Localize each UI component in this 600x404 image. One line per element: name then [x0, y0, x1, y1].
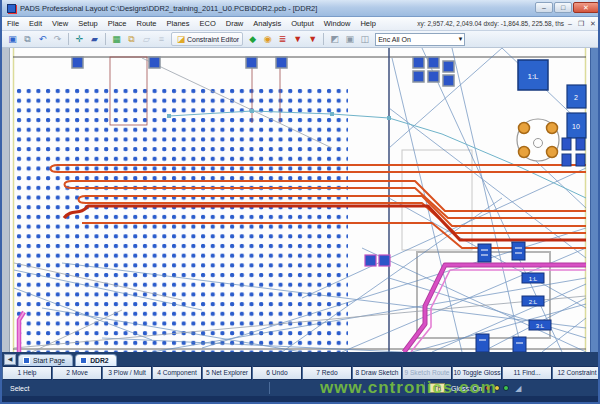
- status-bar: Select Th Gloss: On ◢: [2, 380, 600, 396]
- tab-scroll-button[interactable]: ◀: [4, 354, 16, 365]
- violet-pad-pair[interactable]: [365, 255, 390, 266]
- fkey-sketch-route[interactable]: 9 Sketch Route: [402, 366, 452, 380]
- window-bottom-frame: [2, 396, 600, 404]
- board-icon[interactable]: ▦: [110, 33, 123, 46]
- fkey-plow-mult[interactable]: 3 Plow / Mult: [102, 366, 152, 380]
- fkey-component[interactable]: 4 Component: [152, 366, 202, 380]
- component-big-chip[interactable]: 1:L: [518, 60, 548, 90]
- glass-icon[interactable]: ◩: [328, 33, 341, 46]
- maximize-button[interactable]: □: [554, 2, 572, 13]
- cube-icon[interactable]: ▣: [343, 33, 356, 46]
- stack-icon[interactable]: ≡: [155, 33, 168, 46]
- units-field[interactable]: Th: [429, 383, 445, 393]
- pin-icon[interactable]: ✛: [73, 33, 86, 46]
- component-connector-10[interactable]: 10: [567, 113, 586, 138]
- fkey-toggle-gloss[interactable]: 10 Toggle Gloss: [452, 366, 502, 380]
- drc-led-yellow: [494, 385, 500, 391]
- folder-icon: ◪: [176, 33, 186, 46]
- svg-text:3:L: 3:L: [536, 323, 545, 329]
- top-edge-pads[interactable]: [72, 57, 454, 86]
- sheet-icon[interactable]: ▱: [140, 33, 153, 46]
- fkey-draw-sketch[interactable]: 8 Draw Sketch: [352, 366, 402, 380]
- menu-file[interactable]: File: [2, 17, 24, 31]
- shield-icon[interactable]: ▼: [291, 33, 304, 46]
- document-tab-bar: ◀ Start Page DDR2: [2, 352, 600, 366]
- coordinate-readout: xy: 2,957.42, 2,049.04 dxdy: -1,864.85, …: [417, 17, 564, 31]
- fkey-undo[interactable]: 6 Undo: [252, 366, 302, 380]
- menu-place[interactable]: Place: [103, 17, 132, 31]
- menu-window[interactable]: Window: [319, 17, 356, 31]
- component-outline-small[interactable]: [110, 57, 147, 125]
- constraint-editor-button[interactable]: ◪ Constraint Editor: [171, 32, 243, 46]
- pcb-canvas[interactable]: 1:L 2 10: [2, 48, 600, 352]
- menu-setup[interactable]: Setup: [73, 17, 103, 31]
- svg-text:1:L: 1:L: [527, 72, 539, 81]
- undo-icon[interactable]: ↶: [36, 33, 49, 46]
- tab-ddr2[interactable]: DDR2: [75, 354, 117, 366]
- shield2-icon[interactable]: ▼: [306, 33, 319, 46]
- fkey-redo[interactable]: 7 Redo: [302, 366, 352, 380]
- preview-icon[interactable]: ⧉: [21, 33, 34, 46]
- fkey-help[interactable]: 1 Help: [2, 366, 52, 380]
- pcb-canvas-svg[interactable]: 1:L 2 10: [2, 48, 600, 352]
- canvas-right-frame[interactable]: [590, 48, 600, 352]
- svg-text:2: 2: [574, 94, 578, 101]
- redo-icon[interactable]: ↷: [51, 33, 64, 46]
- fkey-move[interactable]: 2 Move: [52, 366, 102, 380]
- menu-draw[interactable]: Draw: [221, 17, 249, 31]
- menu-planes[interactable]: Planes: [162, 17, 195, 31]
- menu-output[interactable]: Output: [286, 17, 319, 31]
- lock-icon[interactable]: ◫: [358, 33, 371, 46]
- fkey-find[interactable]: 11 Find...: [502, 366, 552, 380]
- menu-view[interactable]: View: [47, 17, 73, 31]
- title-bar[interactable]: PADS Professional Layout C:\Designs\DDR2…: [2, 0, 600, 17]
- fkey-constraint[interactable]: 12 Constraint: [552, 366, 600, 380]
- menu-eco[interactable]: ECO: [194, 17, 220, 31]
- tab-start-page[interactable]: Start Page: [18, 354, 73, 366]
- function-key-toolbar: 1 Help 2 Move 3 Plow / Mult 4 Component …: [2, 366, 600, 380]
- svg-text:2:L: 2:L: [529, 299, 538, 305]
- svg-text:10: 10: [572, 123, 580, 130]
- menu-edit[interactable]: Edit: [24, 17, 47, 31]
- save-icon[interactable]: ▣: [6, 33, 19, 46]
- app-window: PADS Professional Layout C:\Designs\DDR2…: [0, 0, 600, 404]
- chevron-down-icon: ▾: [459, 35, 463, 43]
- app-icon: [7, 4, 16, 13]
- right-pad-group[interactable]: [562, 138, 585, 166]
- drc-led-red: [485, 385, 491, 391]
- menu-analysis[interactable]: Analysis: [248, 17, 286, 31]
- component-circular[interactable]: [517, 119, 559, 161]
- ratsnest-lines: [14, 48, 586, 352]
- drc-icon[interactable]: ≣: [276, 33, 289, 46]
- document-icon: [23, 357, 30, 364]
- status-mode: Select: [10, 385, 29, 392]
- fkey-net-explorer[interactable]: 5 Net Explorer: [202, 366, 252, 380]
- diamond-icon[interactable]: ◆: [246, 33, 259, 46]
- close-button[interactable]: ✕: [573, 2, 599, 13]
- resize-grip[interactable]: ◢: [515, 384, 521, 393]
- target-icon[interactable]: ◉: [261, 33, 274, 46]
- document-icon: [80, 357, 87, 364]
- minimize-button[interactable]: –: [535, 2, 553, 13]
- menu-help[interactable]: Help: [355, 17, 380, 31]
- drc-led-green: [503, 385, 509, 391]
- window-title: PADS Professional Layout C:\Designs\DDR2…: [20, 4, 317, 13]
- part-icon[interactable]: ▰: [88, 33, 101, 46]
- main-toolbar: ▣ ⧉ ↶ ↷ ✛ ▰ ▦ ⧉ ▱ ≡ ◪ Constraint Editor …: [2, 31, 600, 48]
- copy-icon[interactable]: ⧉: [125, 33, 138, 46]
- component-connector-2[interactable]: 2: [567, 85, 586, 108]
- display-scheme-select[interactable]: Enc All On ▾: [375, 33, 465, 46]
- gloss-indicator: Gloss: On: [451, 385, 482, 392]
- canvas-left-frame: [2, 48, 10, 352]
- mdi-window-controls[interactable]: – ❐ ✕: [568, 17, 598, 31]
- menu-route[interactable]: Route: [132, 17, 162, 31]
- svg-text:1:L: 1:L: [529, 276, 538, 282]
- menu-bar: File Edit View Setup Place Route Planes …: [2, 17, 600, 31]
